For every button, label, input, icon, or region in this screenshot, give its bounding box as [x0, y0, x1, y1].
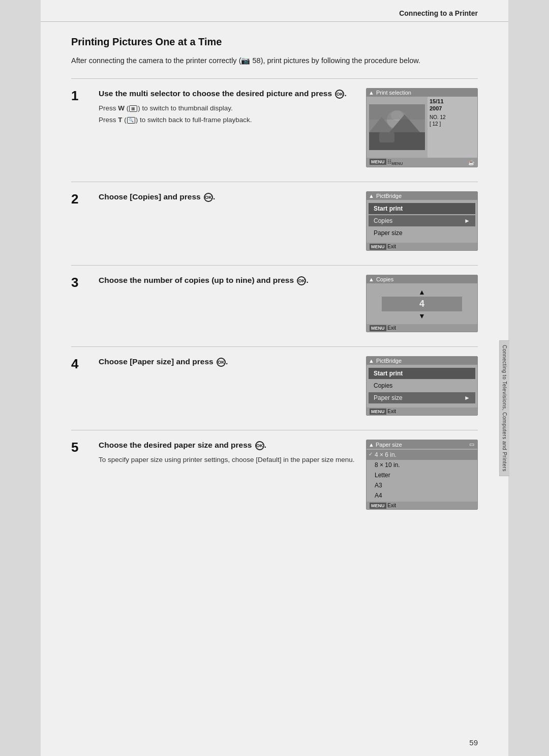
screen-3-footer: MENU Exit — [367, 324, 477, 332]
screen-4-item-1: Start print — [369, 368, 475, 379]
svg-rect-8 — [369, 104, 425, 120]
divider-4 — [71, 346, 478, 347]
screen-5-item-4: A3 — [367, 480, 477, 490]
screen-5-title-left: ▲ Paper size — [369, 442, 402, 448]
screen-1-trash: ☕ — [468, 160, 474, 165]
screen-2-footer: MENU Exit — [367, 243, 477, 250]
screen-2-header: ▲ PictBridge — [367, 192, 477, 200]
screen-2-item-3: Paper size — [369, 227, 475, 239]
camera-icon-4: ▲ — [369, 358, 374, 364]
screen-5-body: 4 × 6 in. 8 × 10 in. Letter A3 A4 — [367, 449, 477, 502]
page: Connecting to a Printer Printing Picture… — [41, 0, 508, 756]
screen-1-count: [ 12 ] — [430, 121, 475, 127]
step-1-sub-1: Press W (▦) to switch to thumbnail displ… — [99, 103, 356, 113]
screen-1-image — [367, 97, 428, 158]
screen-1-title: Print selection — [376, 90, 411, 96]
screen-1: ▲ Print selection — [366, 88, 478, 167]
w-icon: ▦ — [129, 105, 137, 112]
screen-4-header: ▲ PictBridge — [367, 357, 477, 365]
step-5-number: 5 — [71, 441, 88, 454]
copies-up-arrow: ▲ — [418, 288, 425, 296]
step-4-main: Choose [Paper size] and press OK. — [99, 356, 356, 367]
copies-down-arrow: ▼ — [418, 312, 425, 319]
header-area: Connecting to a Printer — [41, 0, 508, 22]
divider-2 — [71, 182, 478, 182]
side-tab: Connecting to Televisions, Computers and… — [499, 340, 509, 476]
step-3-row: 3 Choose the number of copies (up to nin… — [71, 275, 478, 332]
screen-3-header: ▲ Copies — [367, 275, 477, 283]
screen-1-header: ▲ Print selection — [367, 89, 477, 97]
screen-1-menu: MENU ☷MENU — [370, 159, 403, 166]
step-1-row: 1 Use the multi selector to choose the d… — [71, 88, 478, 167]
step-5-main: Choose the desired paper size and press … — [99, 440, 356, 451]
screen-3-body: ▲ 4 ▼ — [367, 283, 477, 324]
screen-1-footer: MENU ☷MENU ☕ — [367, 158, 477, 167]
main-content: Printing Pictures One at a Time After co… — [41, 22, 508, 544]
screen-1-svg — [369, 104, 425, 150]
step-2-main: Choose [Copies] and press OK. — [99, 191, 356, 202]
screen-5-header: ▲ Paper size ▭ — [367, 440, 477, 449]
screen-3: ▲ Copies ▲ 4 ▼ MENU Exit — [366, 275, 478, 332]
screen-5-item-1: 4 × 6 in. — [367, 450, 477, 460]
step-1-sub-2: Press T (🔍) to switch back to full-frame… — [99, 115, 356, 125]
screen-1-date2: 2007 — [430, 105, 475, 111]
screen-2-item-1: Start print — [369, 203, 475, 214]
camera-icon-3: ▲ — [369, 276, 374, 282]
step-2-row: 2 Choose [Copies] and press OK. ▲ PictBr… — [71, 191, 478, 251]
screen-1-body: 15/11 2007 NO. 12 [ 12 ] — [367, 97, 477, 158]
screen-1-date1: 15/11 — [430, 98, 475, 104]
t-icon: 🔍 — [127, 117, 135, 124]
screen-4-footer: MENU Exit — [367, 408, 477, 415]
step-4-row: 4 Choose [Paper size] and press OK. ▲ Pi… — [71, 356, 478, 416]
svg-rect-5 — [400, 134, 410, 141]
divider-5 — [71, 430, 478, 430]
step-4-content: Choose [Paper size] and press OK. — [99, 356, 356, 371]
ok-icon-5: OK — [255, 441, 264, 450]
step-2-content: Choose [Copies] and press OK. — [99, 191, 356, 206]
copies-right-spacer — [462, 300, 477, 308]
screen-4: ▲ PictBridge Start print Copies Paper si… — [366, 356, 478, 416]
chapter-title: Printing Pictures One at a Time — [71, 36, 478, 48]
side-tab-text: Connecting to Televisions, Computers and… — [502, 345, 507, 472]
copies-value-row: 4 — [367, 297, 477, 311]
divider-3 — [71, 265, 478, 266]
step-5-row: 5 Choose the desired paper size and pres… — [71, 440, 478, 510]
header-title: Connecting to a Printer — [399, 9, 478, 17]
page-number: 59 — [469, 738, 478, 747]
step-2-number: 2 — [71, 192, 88, 206]
screen-4-body: Start print Copies Paper size► — [367, 365, 477, 406]
camera-icon-2: ▲ — [369, 193, 374, 199]
camera-icon-1: ▲ — [369, 90, 374, 96]
screen-5-item-5: A4 — [367, 490, 477, 501]
screen-4-item-3: Paper size► — [369, 392, 475, 403]
svg-rect-1 — [369, 132, 425, 150]
screen-2-body: Start print Copies► Paper size — [367, 200, 477, 242]
screen-2-item-2: Copies► — [369, 215, 475, 226]
screen-5: ▲ Paper size ▭ 4 × 6 in. 8 × 10 in. Lett… — [366, 440, 478, 510]
svg-rect-4 — [379, 132, 394, 142]
ok-icon-1: OK — [335, 90, 344, 99]
step-4-number: 4 — [71, 357, 88, 370]
step-1-content: Use the multi selector to choose the des… — [99, 88, 356, 127]
screen-4-item-2: Copies — [369, 380, 475, 391]
step-5-content: Choose the desired paper size and press … — [99, 440, 356, 467]
screen-1-label: NO. 12 — [430, 114, 475, 120]
copies-value: 4 — [382, 297, 462, 311]
screen-2-title: PictBridge — [376, 193, 402, 199]
screen-5-title: Paper size — [376, 442, 402, 448]
step-1-number: 1 — [71, 89, 88, 102]
screen-3-title: Copies — [376, 276, 393, 282]
ok-icon-3: OK — [297, 276, 306, 285]
step-5-sub-1: To specify paper size using printer sett… — [99, 455, 356, 465]
screen-2: ▲ PictBridge Start print Copies► Paper s… — [366, 191, 478, 251]
step-1-main: Use the multi selector to choose the des… — [99, 88, 356, 99]
step-3-number: 3 — [71, 276, 88, 289]
screen-5-icon-right: ▭ — [469, 441, 474, 448]
screen-5-item-3: Letter — [367, 470, 477, 480]
divider-1 — [71, 78, 478, 79]
step-3-main: Choose the number of copies (up to nine)… — [99, 275, 356, 286]
ok-icon-2: OK — [204, 193, 213, 202]
screen-1-sidebar: 15/11 2007 NO. 12 [ 12 ] — [428, 97, 477, 158]
copies-left-spacer — [367, 300, 382, 308]
screen-4-title: PictBridge — [376, 358, 402, 364]
